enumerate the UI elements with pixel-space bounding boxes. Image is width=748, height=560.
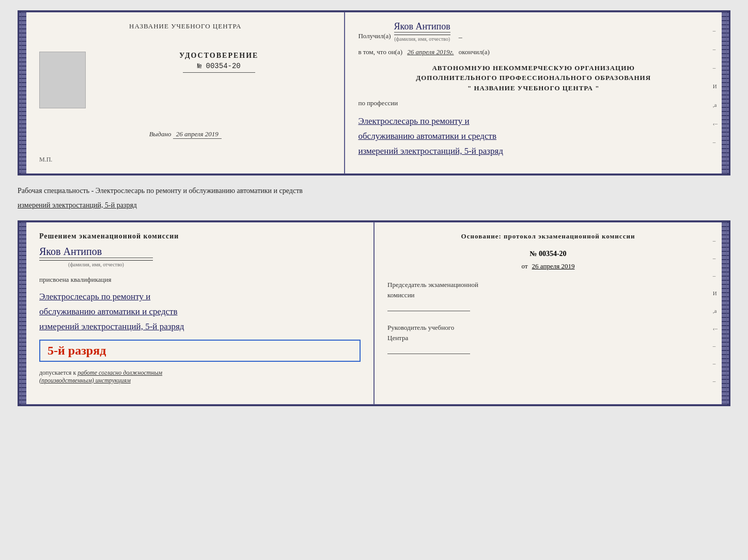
org-group: АВТОНОМНУЮ НЕКОММЕРЧЕСКУЮ ОРГАНИЗАЦИЮ ДО…: [358, 63, 709, 93]
date-bottom-group: от 26 апреля 2019: [387, 261, 709, 270]
assigned-label: присвоена квалификация: [39, 275, 361, 285]
bottom-qualification-group: Электрослесарь по ремонту и обслуживанию…: [39, 290, 361, 334]
cert-title: УДОСТОВЕРЕНИЕ: [179, 52, 258, 60]
profession-prefix: по профессии: [358, 98, 709, 109]
recipient-sublabel: (фамилия, имя, отчество): [394, 35, 450, 42]
org-text2: ДОПОЛНИТЕЛЬНОГО ПРОФЕССИОНАЛЬНОГО ОБРАЗО…: [358, 73, 709, 83]
top-booklet: НАЗВАНИЕ УЧЕБНОГО ЦЕНТРА УДОСТОВЕРЕНИЕ №…: [18, 10, 730, 175]
spine-left: [19, 12, 26, 174]
date-bottom-prefix: от: [522, 262, 528, 270]
middle-line2: измерений электростанций, 5-й разряд: [18, 198, 730, 213]
person-name: Яков Антипов: [39, 246, 361, 258]
qual-line1: Электрослесарь по ремонту и: [39, 290, 361, 305]
person-sublabel: (фамилия, имя, отчество): [39, 260, 153, 267]
profession-label: по профессии: [358, 99, 398, 107]
date-prefix: в том, что он(а): [358, 48, 402, 56]
date-value: 26 апреля 2019г.: [407, 48, 454, 56]
spine-right-top: [722, 12, 729, 174]
top-right-page: Получил(а) Яков Антипов (фамилия, имя, о…: [345, 12, 722, 174]
middle-section: Рабочая специальность - Электрослесарь п…: [18, 182, 730, 214]
profession-group: Электрослесарь по ремонту и обслуживанию…: [358, 114, 709, 159]
spine-left-bottom: [19, 222, 26, 405]
bottom-booklet: Решением экаменационной комиссии Яков Ан…: [18, 220, 730, 406]
badge-text: 5-й разряд: [48, 344, 106, 357]
chairman-signature-line: [387, 311, 470, 311]
qual-line2: обслуживанию автоматики и средств: [39, 305, 361, 319]
chairman-label2: комиссии: [387, 291, 709, 299]
edge-marks-top: – – – И ,а ‹– –: [713, 27, 718, 145]
allowed-text2: (производственным) инструкциям: [39, 377, 361, 385]
decision-text: Решением экаменационной комиссии: [39, 232, 361, 241]
chairman-label1: Председатель экзаменационной: [387, 281, 709, 289]
basis-label: Основание: протокол экзаменационной коми…: [387, 232, 709, 241]
person-name-group: Яков Антипов (фамилия, имя, отчество): [39, 246, 361, 267]
qualification-badge: 5-й разряд: [39, 340, 361, 362]
top-left-org-name: НАЗВАНИЕ УЧЕБНОГО ЦЕНТРА: [129, 22, 241, 30]
allowed-prefix: допускается к: [39, 369, 76, 376]
cert-issued: Выдано 26 апреля 2019: [149, 130, 222, 139]
stamp-label: М.П.: [39, 156, 52, 164]
cert-center-area: УДОСТОВЕРЕНИЕ № 00354-20: [39, 52, 331, 108]
issued-label: Выдано: [149, 130, 172, 138]
profession-line2: обслуживанию автоматики и средств: [358, 129, 709, 144]
profession-line3: измерений электростанций, 5-й разряд: [358, 144, 709, 159]
top-left-page: НАЗВАНИЕ УЧЕБНОГО ЦЕНТРА УДОСТОВЕРЕНИЕ №…: [26, 12, 345, 174]
director-signature-line: [387, 354, 470, 354]
photo-placeholder: [39, 52, 86, 108]
bottom-left-page: Решением экаменационной комиссии Яков Ан…: [26, 222, 375, 405]
org-text1: АВТОНОМНУЮ НЕКОММЕРЧЕСКУЮ ОРГАНИЗАЦИЮ: [358, 63, 709, 73]
date-group: в том, что он(а) 26 апреля 2019г. окончи…: [358, 47, 709, 58]
recipient-name: Яков Антипов: [394, 21, 450, 31]
date-suffix: окончил(а): [459, 48, 490, 56]
recipient-group: Получил(а) Яков Антипов (фамилия, имя, о…: [358, 21, 709, 42]
protocol-number-group: № 00354-20: [387, 249, 709, 258]
director-label2: Центра: [387, 334, 709, 342]
date-bottom-value: 26 апреля 2019: [532, 262, 575, 270]
protocol-number: № 00354-20: [529, 250, 566, 258]
middle-line1: Рабочая специальность - Электрослесарь п…: [18, 184, 730, 198]
bottom-right-page: Основание: протокол экзаменационной коми…: [375, 222, 722, 405]
profession-line1: Электрослесарь по ремонту и: [358, 114, 709, 129]
issued-date: 26 апреля 2019: [173, 130, 222, 139]
allowed-group: допускается к работе согласно должностны…: [39, 369, 361, 385]
recipient-prefix: Получил(а): [358, 31, 391, 42]
director-label1: Руководитель учебного: [387, 324, 709, 332]
org-text3: " НАЗВАНИЕ УЧЕБНОГО ЦЕНТРА ": [358, 83, 709, 93]
allowed-text: работе согласно должностным: [77, 369, 162, 376]
edge-marks-bottom: – – – И ,а ‹– – – –: [713, 237, 718, 384]
qual-line3: измерений электростанций, 5-й разряд: [39, 319, 361, 334]
spine-right-bottom: [722, 222, 729, 405]
cert-number: № 00354-20: [197, 62, 241, 70]
document-container: НАЗВАНИЕ УЧЕБНОГО ЦЕНТРА УДОСТОВЕРЕНИЕ №…: [18, 10, 730, 406]
